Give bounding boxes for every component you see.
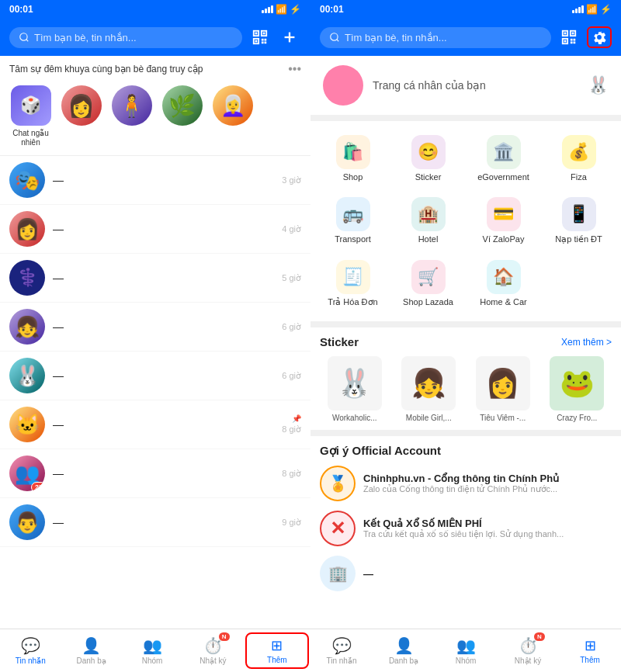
- right-scroll-content: Trang cá nhân của bạn 🐰 🛍️ Shop 😊 Sticke…: [310, 56, 621, 629]
- nav-them-left[interactable]: ⊞ Thêm: [245, 632, 309, 669]
- sticker-service-label: Sticker: [415, 172, 442, 182]
- hotel-label: Hotel: [418, 234, 439, 244]
- official-accounts-section: Gợi ý Official Account 🏅 Chinhphu.vn - C…: [310, 436, 621, 608]
- svg-rect-25: [574, 42, 576, 44]
- chat-item-5[interactable]: 🐱 — 📌 8 giờ: [0, 400, 310, 449]
- chat-item-4[interactable]: 🐰 — 6 giờ: [0, 352, 310, 400]
- pin-icon: 📌: [292, 414, 301, 423]
- egovernment-label: eGovernment: [477, 172, 529, 182]
- nav-nhat-ky-right[interactable]: ⏱️ N Nhật ký: [497, 629, 559, 672]
- chat-avatar-4: 🐰: [9, 358, 45, 393]
- svg-point-0: [20, 33, 27, 40]
- chat-random-label: Chat ngẫunhiên: [12, 129, 49, 147]
- sticker-crazy-frog[interactable]: 🐸 Crazy Fro...: [543, 356, 612, 422]
- chat-item-2[interactable]: ⚕️ — 5 giờ: [0, 254, 310, 303]
- story-row: 🎲 Chat ngẫunhiên 👩 🧍 🌿 👩‍🦳: [0, 79, 310, 156]
- nav-danh-ba-left[interactable]: 👤 Danh bạ: [61, 629, 121, 672]
- svg-line-15: [337, 40, 339, 42]
- nav-danh-ba-right[interactable]: 👤 Danh bạ: [373, 629, 435, 672]
- right-qr-button[interactable]: [557, 26, 581, 49]
- see-more-button[interactable]: Xem thêm >: [561, 337, 612, 348]
- service-transport[interactable]: 🚌 Transport: [317, 191, 389, 251]
- service-zalopay[interactable]: 💳 Ví ZaloPay: [467, 191, 539, 251]
- chat-avatar-0: 🎭: [9, 162, 45, 198]
- service-lazada[interactable]: 🛒 Shop Lazada: [392, 254, 464, 313]
- right-search-input[interactable]: Tìm bạn bè, tin nhắn...: [320, 27, 551, 48]
- left-search-input[interactable]: Tìm bạn bè, tin nhắn...: [9, 27, 242, 48]
- service-tra-hoa-don[interactable]: 🧾 Trả Hóa Đơn: [317, 254, 389, 313]
- search-icon: [19, 32, 29, 43]
- nhom-icon: 👥: [143, 636, 162, 655]
- story-avatar-3: 🌿: [162, 85, 203, 126]
- night-banner-options[interactable]: •••: [288, 62, 301, 76]
- sticker-header: Sticker Xem thêm >: [320, 335, 612, 348]
- lazada-label: Shop Lazada: [403, 297, 453, 307]
- tin-nhan-icon: 💬: [21, 636, 40, 655]
- right-signal-bars-icon: [572, 5, 584, 13]
- official-item-chinhphu[interactable]: 🏅 Chinhphu.vn - Cổng thông tin Chính Phủ…: [320, 466, 612, 501]
- right-tin-nhan-icon: 💬: [332, 636, 352, 655]
- story-item-chat-random[interactable]: 🎲 Chat ngẫunhiên: [9, 85, 52, 147]
- home-car-label: Home & Car: [480, 297, 527, 307]
- svg-rect-9: [265, 39, 267, 41]
- right-wifi-icon: 📶: [586, 4, 598, 15]
- chat-info-2: —: [53, 272, 274, 284]
- chat-item-6[interactable]: 👥 25 — 8 giờ: [0, 449, 310, 498]
- chat-item-1[interactable]: 👩 — 4 giờ: [0, 205, 310, 254]
- story-item-2[interactable]: 🧍: [110, 85, 153, 147]
- nav-nhom-right[interactable]: 👥 Nhóm: [435, 629, 497, 672]
- nav-danh-ba-label-right: Danh bạ: [389, 656, 418, 665]
- story-item-4[interactable]: 👩‍🦳: [211, 85, 254, 147]
- sticker-tieu-viem[interactable]: 👩 Tiêu Viêm -...: [468, 356, 538, 422]
- nav-tin-nhan-right[interactable]: 💬 Tin nhắn: [310, 629, 373, 672]
- settings-button[interactable]: [587, 26, 612, 48]
- official-name-3: —: [363, 568, 612, 580]
- sticker-workaholic[interactable]: 🐰 Workaholic...: [320, 356, 390, 422]
- chat-item-0[interactable]: 🎭 — 3 giờ: [0, 156, 310, 205]
- chat-info-3: —: [53, 320, 274, 333]
- shop-icon: 🛍️: [336, 135, 370, 169]
- svg-rect-11: [265, 42, 267, 44]
- official-name-chinhphu: Chinhphu.vn - Cổng thông tin Chính Phủ: [363, 473, 612, 484]
- nav-tin-nhan-label-left: Tin nhắn: [16, 656, 46, 665]
- zalopay-label: Ví ZaloPay: [483, 234, 525, 244]
- nav-nhat-ky-left[interactable]: ⏱️ N Nhật ký: [182, 629, 243, 672]
- svg-rect-19: [564, 33, 567, 35]
- chat-item-7[interactable]: 👨 — 9 giờ: [0, 498, 310, 547]
- sticker-title: Sticker: [320, 335, 359, 348]
- story-item-1[interactable]: 👩: [60, 85, 102, 147]
- sticker-name-workaholic: Workaholic...: [332, 414, 377, 422]
- service-nap-tien[interactable]: 📱 Nạp tiền ĐT: [543, 191, 615, 251]
- nav-nhom-label-left: Nhóm: [142, 656, 163, 665]
- nav-nhom-left[interactable]: 👥 Nhóm: [122, 629, 182, 672]
- chat-avatar-1: 👩: [9, 211, 45, 247]
- chat-avatar-5: 🐱: [9, 407, 45, 442]
- left-status-icons: 📶 ⚡: [262, 4, 301, 15]
- battery-icon: ⚡: [290, 4, 301, 15]
- service-fiza[interactable]: 💰 Fiza: [543, 129, 615, 188]
- transport-label: Transport: [335, 234, 371, 244]
- profile-section[interactable]: Trang cá nhân của bạn 🐰: [310, 56, 621, 121]
- nav-them-right[interactable]: ⊞ Thêm: [559, 629, 621, 672]
- service-sticker[interactable]: 😊 Sticker: [392, 129, 464, 188]
- transport-icon: 🚌: [336, 197, 370, 231]
- official-desc-chinhphu: Zalo của Cổng thông tin điện tử Chính Ph…: [363, 484, 612, 494]
- service-shop[interactable]: 🛍️ Shop: [317, 129, 389, 188]
- official-item-xoso[interactable]: ✕ Kết Quả Xổ Số MIỄN PHÍ Tra cứu kết quả…: [320, 511, 612, 546]
- nav-danh-ba-label-left: Danh bạ: [76, 656, 106, 665]
- left-status-bar: 00:01 📶 ⚡: [0, 0, 310, 19]
- service-egovernment[interactable]: 🏛️ eGovernment: [467, 129, 539, 188]
- official-item-3[interactable]: 🏢 —: [320, 556, 612, 591]
- add-button[interactable]: [278, 26, 301, 49]
- sticker-img-mobile-girl: 👧: [401, 356, 456, 410]
- service-hotel[interactable]: 🏨 Hotel: [392, 191, 464, 251]
- sticker-mobile-girl[interactable]: 👧 Mobile Girl,...: [394, 356, 464, 422]
- qr-button[interactable]: [248, 26, 272, 49]
- story-item-3[interactable]: 🌿: [161, 85, 203, 147]
- chat-item-3[interactable]: 👧 — 6 giờ: [0, 303, 310, 352]
- story-avatar-4: 👩‍🦳: [213, 85, 253, 126]
- service-home-car[interactable]: 🏠 Home & Car: [467, 254, 539, 313]
- lazada-icon: 🛒: [411, 260, 446, 294]
- nav-tin-nhan-left[interactable]: 💬 Tin nhắn: [0, 629, 61, 672]
- fiza-icon: 💰: [562, 135, 596, 169]
